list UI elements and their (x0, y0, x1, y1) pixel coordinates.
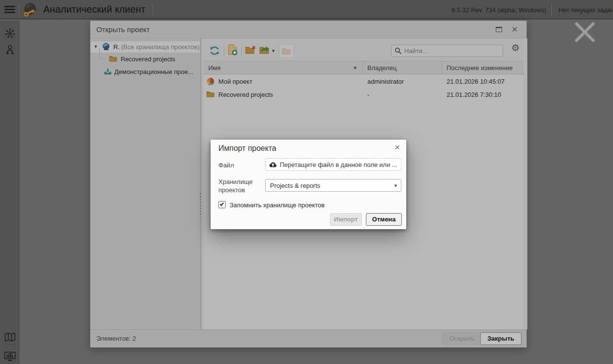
expander-icon[interactable]: ▾ (94, 43, 97, 50)
column-header-label: Последнее изменение (447, 64, 513, 72)
background-panel-close-icon[interactable] (573, 21, 596, 43)
cell-modified: 21.01.2026 7:30:10 (447, 91, 501, 98)
dialog-footer: Элементов: 2 Открыть Закрыть (90, 329, 526, 347)
table-row-my-project[interactable]: Мой проект administrator 21.01.2026 10:4… (204, 75, 523, 88)
storage-tree: ▾ R. (Все хранилища проектов) Recovered … (90, 38, 200, 329)
app-title: Аналитический клиент (43, 4, 145, 15)
toolbar-divider (241, 46, 242, 57)
cell-name: Мой проект (218, 78, 252, 85)
table-header: Имя ▼ Владелец Последнее изменение (204, 61, 523, 74)
splitter-handle[interactable] (200, 193, 201, 215)
sort-desc-icon[interactable]: ▼ (353, 61, 358, 74)
items-count-label: Элементов: 2 (96, 335, 136, 342)
hub-network-icon[interactable] (0, 24, 19, 42)
open-folder-caret-icon[interactable]: ▾ (272, 48, 275, 54)
topbar-divider (19, 3, 19, 16)
dropzone-hint: Перетащите файл в данное поле или ... (280, 161, 397, 168)
refresh-icon[interactable] (209, 45, 220, 56)
version-label: 6.5.32 Rev. 734 (alpha; Windows) (451, 6, 546, 14)
app-window: Аналитический клиент 6.5.32 Rev. 734 (al… (0, 0, 613, 364)
search-box (391, 45, 503, 57)
new-project-icon[interactable] (228, 44, 238, 56)
tree-item-label: Recovered projects (121, 55, 175, 63)
storage-field-label: Хранилище проектов (218, 178, 263, 194)
tree-item-recovered-projects[interactable]: Recovered projects (90, 54, 200, 65)
file-field-label: Файл (218, 161, 234, 169)
checkmark-icon (220, 202, 224, 206)
cell-owner: - (367, 91, 369, 98)
open-button-disabled: Открыть (442, 332, 482, 345)
toolbar-divider (224, 46, 224, 57)
import-archive-icon-disabled (279, 44, 294, 58)
search-input[interactable] (391, 45, 503, 57)
cell-owner: administrator (367, 78, 404, 85)
file-dropzone[interactable]: Перетащите файл в данное поле или ... (265, 158, 401, 171)
tree-item-label: Демонстрационные прое... (114, 68, 193, 75)
cloud-upload-icon (269, 162, 277, 167)
column-header-name[interactable]: Имя ▼ (204, 61, 363, 75)
cell-name: Recovered projects (218, 91, 273, 98)
folder-icon (109, 55, 117, 62)
dialog-titlebar: Открыть проект × (90, 21, 526, 38)
storage-select[interactable]: Projects & reports ▾ (265, 179, 401, 192)
topbar-divider (153, 3, 153, 16)
remember-checkbox[interactable] (218, 201, 226, 208)
storage-select-value: Projects & reports (270, 182, 320, 189)
gear-icon[interactable]: ⚙ (511, 42, 520, 54)
column-header-label: Имя (208, 64, 220, 72)
hamburger-menu-icon[interactable] (4, 4, 16, 15)
column-header-label: Владелец (367, 64, 397, 72)
close-icon[interactable]: × (395, 142, 400, 153)
open-folder-icon[interactable] (259, 46, 270, 55)
import-dialog-title: Импорт проекта (218, 144, 276, 153)
table-row-recovered-projects[interactable]: Recovered projects - 21.01.2026 7:30:10 (204, 88, 523, 101)
chevron-down-icon: ▾ (394, 182, 397, 189)
maximize-icon[interactable] (496, 27, 502, 32)
monitor-chart-icon[interactable] (0, 347, 19, 364)
tree-root-all-storages[interactable]: ▾ R. (Все хранилища проектов) (90, 41, 200, 53)
left-sidebar (0, 20, 19, 364)
sidebar-divider (3, 344, 17, 345)
hierarchy-icon[interactable] (0, 41, 19, 58)
inbox-download-icon (104, 68, 112, 75)
close-button[interactable]: Закрыть (480, 332, 522, 345)
column-header-owner[interactable]: Владелец (363, 61, 442, 75)
import-project-dialog: Импорт проекта × Файл Перетащите файл в … (211, 140, 406, 229)
project-icon (206, 77, 215, 86)
cell-modified: 21.01.2026 10:45:07 (447, 78, 505, 85)
map-icon[interactable] (0, 328, 19, 346)
topbar: Аналитический клиент 6.5.32 Rev. 734 (al… (0, 0, 613, 19)
tasks-status[interactable]: Нет текущих задач (559, 6, 613, 14)
close-icon[interactable]: × (512, 23, 518, 35)
tree-root-hint: (Все хранилища проектов) (121, 43, 199, 51)
app-logo-icon (22, 2, 38, 18)
folder-icon (206, 91, 215, 97)
tree-item-demo-projects[interactable]: Демонстрационные прое... (90, 66, 200, 77)
remember-checkbox-label[interactable]: Запомнить хранилище проектов (230, 201, 325, 209)
column-header-modified[interactable]: Последнее изменение (442, 61, 523, 75)
tree-root-label: R. (113, 43, 120, 51)
cancel-button[interactable]: Отмена (366, 213, 402, 226)
import-button-disabled: Импорт (330, 213, 362, 226)
topbar-divider (551, 3, 552, 16)
dialog-title: Открыть проект (96, 25, 150, 34)
new-folder-icon[interactable] (245, 46, 256, 55)
